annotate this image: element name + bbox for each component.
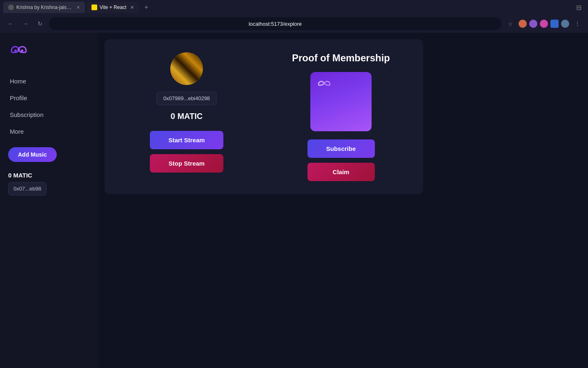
- content-card: 0x07989...ebi40298 0 MATIC Start Stream …: [105, 39, 423, 194]
- sidebar-nav: Home Profile Subscription More: [8, 74, 90, 141]
- stop-stream-button[interactable]: Stop Stream: [150, 154, 223, 173]
- address-bar-row: ← → ↻ ☆ ⋮: [0, 15, 588, 33]
- tab-bar: Krishna by Krishna-jaiswal-2... ✕ Vite +…: [0, 0, 588, 15]
- minimize-button[interactable]: ⊟: [576, 4, 581, 11]
- membership-title: Proof of Membership: [292, 52, 390, 64]
- stream-buttons: Start Stream Stop Stream: [118, 131, 256, 173]
- back-button[interactable]: ←: [5, 18, 16, 29]
- tab-2[interactable]: Vite + React ✕: [87, 2, 139, 13]
- svg-point-1: [21, 49, 23, 52]
- balance-display: 0 MATIC: [171, 112, 203, 121]
- browser-actions: ☆ ⋮: [505, 18, 583, 29]
- sidebar-item-home[interactable]: Home: [8, 74, 90, 89]
- sidebar-item-profile[interactable]: Profile: [8, 90, 90, 105]
- wallet-address-badge: 0x07989...ebi40298: [156, 92, 217, 105]
- app-layout: Home Profile Subscription More Add Music…: [0, 33, 588, 368]
- add-music-button[interactable]: Add Music: [8, 147, 57, 162]
- logo-icon: [8, 43, 29, 59]
- nft-logo-icon: [317, 79, 332, 90]
- main-content: 0x07989...ebi40298 0 MATIC Start Stream …: [98, 33, 588, 368]
- sidebar-address: 0x07...eb98: [8, 182, 47, 195]
- refresh-button[interactable]: ↻: [34, 18, 46, 29]
- extension-icon-4[interactable]: [550, 20, 559, 28]
- new-tab-button[interactable]: +: [140, 2, 152, 13]
- right-buttons: Subscribe Claim: [272, 139, 410, 181]
- profile-avatar[interactable]: [561, 20, 569, 28]
- tab-2-close[interactable]: ✕: [130, 5, 134, 10]
- extension-icon-2[interactable]: [529, 20, 537, 28]
- right-panel: Proof of Membership Subscribe Claim: [272, 52, 410, 181]
- address-bar[interactable]: [49, 17, 501, 30]
- browser-chrome: Krishna by Krishna-jaiswal-2... ✕ Vite +…: [0, 0, 588, 33]
- tab-1-close[interactable]: ✕: [76, 5, 80, 10]
- logo: [8, 43, 90, 61]
- nft-card: [310, 72, 372, 131]
- sidebar: Home Profile Subscription More Add Music…: [0, 33, 98, 368]
- subscribe-button[interactable]: Subscribe: [307, 139, 375, 158]
- svg-point-0: [14, 49, 17, 52]
- claim-button[interactable]: Claim: [307, 163, 375, 181]
- forward-button[interactable]: →: [20, 18, 31, 29]
- extension-icon-1[interactable]: [519, 20, 527, 28]
- browser-menu-button[interactable]: ⋮: [572, 18, 583, 29]
- sidebar-item-subscription[interactable]: Subscription: [8, 107, 90, 122]
- left-panel: 0x07989...ebi40298 0 MATIC Start Stream …: [118, 52, 256, 173]
- sidebar-item-more[interactable]: More: [8, 124, 90, 139]
- tab-2-title: Vite + React: [100, 4, 126, 10]
- profile-avatar-image: [170, 52, 203, 85]
- tab-1[interactable]: Krishna by Krishna-jaiswal-2... ✕: [3, 2, 85, 13]
- tab-1-title: Krishna by Krishna-jaiswal-2...: [16, 4, 72, 10]
- tab-2-icon: [91, 4, 97, 10]
- sidebar-balance: 0 MATIC: [8, 172, 90, 179]
- start-stream-button[interactable]: Start Stream: [150, 131, 223, 149]
- bookmark-icon[interactable]: ☆: [505, 18, 516, 29]
- extension-icon-3[interactable]: [540, 20, 548, 28]
- tab-1-icon: [8, 4, 14, 10]
